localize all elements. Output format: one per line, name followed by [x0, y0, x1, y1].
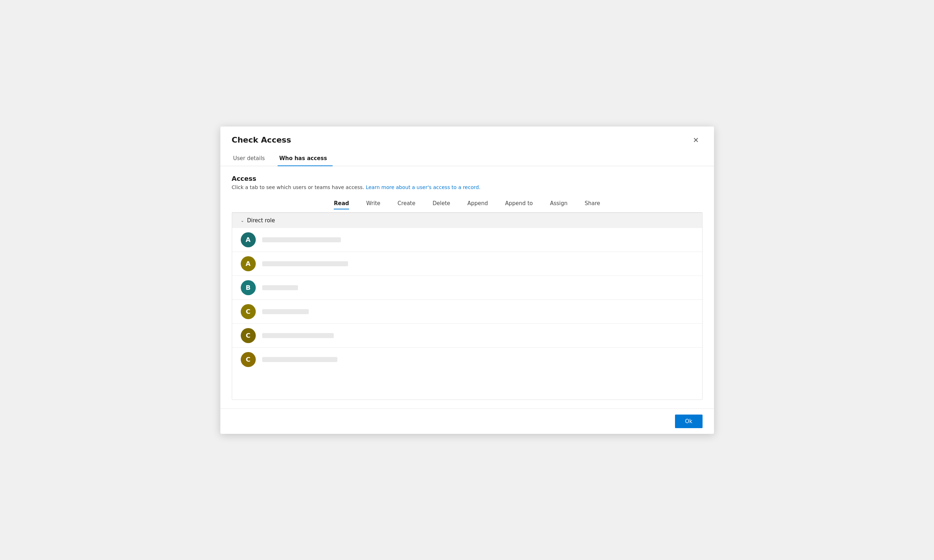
permission-tabs: Read Write Create Delete Append Append t…	[334, 199, 600, 212]
table-row: A	[232, 228, 702, 252]
avatar: C	[241, 352, 256, 367]
table-row: C	[232, 324, 702, 348]
dialog-footer: Ok	[220, 408, 714, 434]
perm-tab-append[interactable]: Append	[468, 199, 488, 209]
perm-tab-share[interactable]: Share	[585, 199, 600, 209]
perm-tab-create[interactable]: Create	[397, 199, 415, 209]
dialog-body: Access Click a tab to see which users or…	[220, 166, 714, 408]
access-learn-more-link[interactable]: Learn more about a user's access to a re…	[366, 185, 480, 190]
chevron-down-icon: ⌄	[241, 218, 244, 223]
access-section-title: Access	[232, 175, 702, 182]
tab-user-details[interactable]: User details	[232, 152, 271, 166]
perm-tab-assign[interactable]: Assign	[550, 199, 567, 209]
direct-role-header[interactable]: ⌄ Direct role	[232, 213, 702, 228]
dialog-title: Check Access	[232, 135, 291, 145]
avatar: A	[241, 256, 256, 271]
perm-tab-read[interactable]: Read	[334, 199, 349, 209]
dialog-header: Check Access ✕	[220, 126, 714, 146]
permission-tabs-container: Read Write Create Delete Append Append t…	[232, 199, 702, 212]
access-description: Click a tab to see which users or teams …	[232, 185, 702, 190]
ok-button[interactable]: Ok	[675, 415, 702, 428]
table-scroll[interactable]: ⌄ Direct role A A B C	[232, 213, 702, 400]
direct-role-label: Direct role	[247, 217, 275, 224]
user-name	[262, 285, 298, 290]
perm-tab-write[interactable]: Write	[366, 199, 381, 209]
table-row: C	[232, 348, 702, 371]
avatar: B	[241, 280, 256, 295]
user-name	[262, 333, 334, 338]
close-icon: ✕	[693, 136, 699, 145]
user-name	[262, 357, 337, 362]
perm-tab-append-to[interactable]: Append to	[505, 199, 533, 209]
table-row: C	[232, 300, 702, 324]
check-access-dialog: Check Access ✕ User details Who has acce…	[220, 126, 714, 434]
avatar: C	[241, 328, 256, 343]
avatar: C	[241, 304, 256, 319]
access-description-text: Click a tab to see which users or teams …	[232, 185, 364, 190]
table-row: A	[232, 252, 702, 276]
user-name	[262, 309, 309, 314]
tab-who-has-access[interactable]: Who has access	[278, 152, 333, 166]
main-tabs: User details Who has access	[220, 146, 714, 166]
close-button[interactable]: ✕	[690, 134, 702, 146]
perm-tab-delete[interactable]: Delete	[432, 199, 450, 209]
user-name	[262, 237, 341, 242]
avatar: A	[241, 232, 256, 247]
users-table: ⌄ Direct role A A B C	[232, 212, 702, 400]
user-name	[262, 261, 348, 266]
table-row: B	[232, 276, 702, 300]
